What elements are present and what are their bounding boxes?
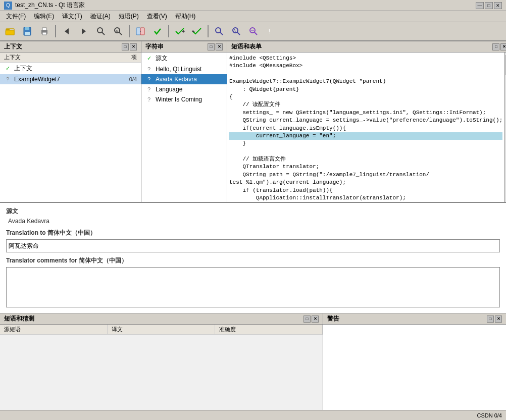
toolbar-prev[interactable] xyxy=(59,24,75,39)
code-panel-float[interactable]: □ xyxy=(492,43,499,50)
title-bar-title: test_zh_CN.ts - Qt 语言家 xyxy=(15,1,476,10)
context-panel: 上下文 □ ✕ 上下文 项 ✓ 上下文 ? ExampleWidget7 0/4 xyxy=(0,41,141,202)
svg-line-14 xyxy=(119,32,122,35)
col-accuracy: 准确度 xyxy=(215,325,323,334)
phrases-panel-close[interactable]: ✕ xyxy=(312,316,319,323)
context-item-label: 上下文 xyxy=(14,64,32,73)
toolbar-next[interactable] xyxy=(76,24,92,39)
svg-rect-4 xyxy=(25,27,29,30)
col-source: 源短语 xyxy=(0,325,108,334)
source-text: Avada Kedavra xyxy=(6,218,500,225)
context-col-items: 项 xyxy=(131,54,137,61)
status-text: CSDN 0/4 xyxy=(477,412,502,418)
menu-phrases[interactable]: 短语(P) xyxy=(115,11,143,22)
string-panel-close[interactable]: ✕ xyxy=(216,43,223,50)
source-label: 源文 xyxy=(6,207,500,216)
svg-point-23 xyxy=(216,28,221,33)
context-item-examplewidget[interactable]: ? ExampleWidget7 0/4 xyxy=(0,74,141,84)
question-icon2: ? xyxy=(145,66,153,73)
phrases-panel-float[interactable]: □ xyxy=(303,316,311,323)
toolbar-sep2 xyxy=(129,25,130,37)
code-panel: 短语和表单 □ ✕ #include <QSettings> #include … xyxy=(227,41,506,202)
menu-help[interactable]: 帮助(H) xyxy=(171,11,200,22)
svg-marker-20 xyxy=(183,30,185,33)
svg-rect-16 xyxy=(136,28,140,35)
toolbar-accept-translate[interactable] xyxy=(149,24,166,39)
toolbar-bookmark[interactable]: ! xyxy=(263,24,279,39)
title-bar-buttons: — □ ✕ xyxy=(476,2,502,9)
warnings-panel-title: 警告 xyxy=(327,314,487,323)
question-icon3: ? xyxy=(145,76,153,83)
svg-text:!: ! xyxy=(269,29,270,34)
svg-rect-2 xyxy=(6,30,14,35)
menu-validate[interactable]: 验证(A) xyxy=(86,11,115,22)
bottom-panels: 短语和猜测 □ ✕ 源短语 译文 准确度 警告 □ ✕ xyxy=(0,313,506,410)
svg-line-27 xyxy=(237,32,240,35)
main-container: 上下文 □ ✕ 上下文 项 ✓ 上下文 ? ExampleWidget7 0/4 xyxy=(0,41,506,420)
context-panel-float[interactable]: □ xyxy=(122,43,129,50)
translation-input[interactable] xyxy=(6,239,500,252)
menu-translation[interactable]: 译文(T) xyxy=(58,11,86,22)
svg-marker-10 xyxy=(82,28,86,34)
phrases-table xyxy=(0,335,323,410)
menu-bar: 文件(F) 编辑(E) 译文(T) 验证(A) 短语(P) 查看(V) 帮助(H… xyxy=(0,11,506,22)
question-icon4: ? xyxy=(145,86,153,93)
toolbar-done-prev[interactable] xyxy=(189,24,205,39)
svg-text:a: a xyxy=(116,29,118,32)
context-panel-close[interactable]: ✕ xyxy=(130,43,137,50)
string-item-label-1: Hello, Qt Linguist xyxy=(156,66,201,73)
context-item-context[interactable]: ✓ 上下文 xyxy=(0,63,141,74)
code-panel-close[interactable]: ✕ xyxy=(500,43,506,50)
toolbar-save[interactable] xyxy=(19,24,35,39)
context-panel-title: 上下文 xyxy=(4,42,122,51)
string-item-label-0: 源文 xyxy=(156,54,168,63)
string-item-2[interactable]: ? Avada Kedavra xyxy=(141,74,227,84)
warnings-panel-header: 警告 □ ✕ xyxy=(323,313,506,325)
toolbar-search5[interactable] xyxy=(245,24,262,39)
svg-line-24 xyxy=(220,32,223,35)
toolbar-translate[interactable] xyxy=(132,24,148,39)
app-icon: Q xyxy=(4,2,12,10)
close-button[interactable]: ✕ xyxy=(494,2,502,9)
string-panel-header: 字符串 □ ✕ xyxy=(141,41,227,52)
toolbar-search3[interactable] xyxy=(211,24,227,39)
warnings-content xyxy=(323,325,506,410)
string-item-3[interactable]: ? Language xyxy=(141,84,227,94)
comments-label: Translator comments for 简体中文（中国） xyxy=(6,256,500,265)
svg-line-29 xyxy=(255,32,257,35)
toolbar-print[interactable] xyxy=(36,24,53,39)
toolbar-open[interactable] xyxy=(2,24,18,39)
comments-textarea[interactable] xyxy=(6,267,500,307)
code-panel-header: 短语和表单 □ ✕ xyxy=(227,41,506,52)
context-list: ✓ 上下文 ? ExampleWidget7 0/4 xyxy=(0,63,141,202)
phrases-subheader: 源短语 译文 准确度 xyxy=(0,325,323,335)
minimize-button[interactable]: — xyxy=(476,2,484,9)
warnings-panel-float[interactable]: □ xyxy=(487,316,494,323)
svg-marker-9 xyxy=(65,28,69,34)
string-list: ✓ 源文 ? Hello, Qt Linguist ? Avada Kedavr… xyxy=(141,52,227,202)
maximize-button[interactable]: □ xyxy=(485,2,493,9)
context-item-badge: 0/4 xyxy=(129,76,137,82)
menu-edit[interactable]: 编辑(E) xyxy=(30,11,58,22)
code-view[interactable]: #include <QSettings> #include <QMessageB… xyxy=(227,52,504,202)
string-item-label-3: Language xyxy=(156,86,182,93)
string-item-4[interactable]: ? Winter Is Coming xyxy=(141,94,227,104)
string-item-1[interactable]: ? Hello, Qt Linguist xyxy=(141,64,227,74)
toolbar-search2[interactable]: a xyxy=(110,24,126,39)
menu-view[interactable]: 查看(V) xyxy=(143,11,171,22)
string-panel-float[interactable]: □ xyxy=(208,43,215,50)
context-subheader: 上下文 项 xyxy=(0,52,141,63)
toolbar-done-next[interactable] xyxy=(172,24,188,39)
string-panel: 字符串 □ ✕ ✓ 源文 ? Hello, Qt Linguist ? Avad… xyxy=(141,41,227,202)
title-bar: Q test_zh_CN.ts - Qt 语言家 — □ ✕ xyxy=(0,0,506,11)
svg-rect-5 xyxy=(25,32,30,35)
svg-line-12 xyxy=(102,32,105,35)
toolbar: a A ! xyxy=(0,22,506,41)
toolbar-search4[interactable]: A xyxy=(228,24,244,39)
warnings-panel-close[interactable]: ✕ xyxy=(495,316,502,323)
string-item-0[interactable]: ✓ 源文 xyxy=(141,52,227,64)
phrases-panel-title: 短语和猜测 xyxy=(4,314,303,323)
translation-label: Translation to 简体中文（中国） xyxy=(6,229,500,237)
menu-file[interactable]: 文件(F) xyxy=(2,11,30,22)
toolbar-find[interactable] xyxy=(93,24,109,39)
